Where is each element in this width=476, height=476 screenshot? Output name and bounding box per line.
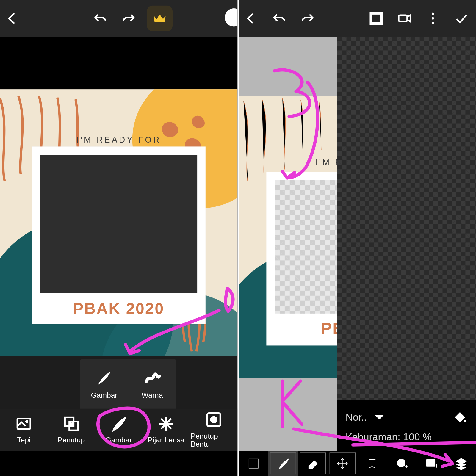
submenu-popup: Gambar Warna bbox=[80, 359, 176, 410]
scribble-icon bbox=[143, 369, 162, 388]
tool-penutup[interactable]: Penutup bbox=[48, 415, 94, 444]
video-icon[interactable] bbox=[394, 8, 415, 29]
tool-brush[interactable] bbox=[268, 451, 298, 476]
tool-transform[interactable] bbox=[328, 451, 357, 476]
photo-placeholder[interactable] bbox=[40, 155, 197, 293]
back-icon[interactable] bbox=[2, 8, 22, 29]
svg-point-15 bbox=[432, 13, 434, 15]
crop-icon[interactable] bbox=[366, 8, 386, 29]
tool-label: Pijar Lensa bbox=[148, 436, 184, 444]
polaroid-frame[interactable]: PBAK 2020 bbox=[32, 146, 205, 324]
premium-crown-icon[interactable] bbox=[147, 6, 173, 31]
tool-layers[interactable] bbox=[446, 451, 476, 476]
right-pane: I'M READY FOR PBAK 2020 bbox=[237, 0, 476, 476]
back-icon[interactable] bbox=[240, 8, 261, 29]
tool-label: Penutup bbox=[58, 436, 85, 444]
poster-tagline: I'M READY FOR bbox=[0, 135, 237, 145]
brush-icon bbox=[95, 369, 113, 388]
editor-canvas[interactable]: I'M READY FOR PBAK 2020 bbox=[0, 89, 237, 356]
check-icon[interactable] bbox=[451, 8, 472, 29]
redo-icon[interactable] bbox=[297, 8, 317, 29]
redo-icon[interactable] bbox=[119, 8, 139, 29]
overlay-icon bbox=[62, 415, 80, 432]
tool-pijar-lensa[interactable]: Pijar Lensa bbox=[143, 415, 189, 444]
tool-text[interactable] bbox=[357, 451, 387, 476]
bottom-toolbar: Tepi Penutup Gambar Pijar Lensa Penutup … bbox=[0, 409, 237, 451]
brush-icon bbox=[110, 415, 127, 432]
chevron-down-icon bbox=[373, 411, 386, 424]
popup-label: Warna bbox=[142, 391, 163, 400]
overflow-icon[interactable] bbox=[423, 8, 443, 29]
handle-icon[interactable] bbox=[225, 8, 237, 27]
tool-crop-aspect[interactable] bbox=[239, 451, 268, 476]
tool-label: Gambar bbox=[105, 436, 132, 444]
left-pane: I'M READY FOR PBAK 2020 bbox=[0, 0, 237, 476]
fill-bucket-icon[interactable] bbox=[452, 408, 468, 427]
tool-eraser[interactable] bbox=[298, 451, 328, 476]
tool-gambar[interactable]: Gambar bbox=[96, 415, 142, 444]
opacity-label[interactable]: Keburaman: 100 % bbox=[345, 431, 468, 443]
polaroid-title: PBAK 2020 bbox=[32, 300, 205, 318]
shape-mask-icon bbox=[205, 411, 222, 428]
gap bbox=[0, 37, 237, 89]
svg-rect-20 bbox=[426, 459, 435, 466]
undo-icon[interactable] bbox=[269, 8, 289, 29]
layer-properties: Nor.. Keburaman: 100 % bbox=[337, 400, 476, 451]
svg-point-4 bbox=[210, 416, 217, 423]
tool-add-shape[interactable] bbox=[387, 451, 417, 476]
blend-mode-dropdown[interactable]: Nor.. bbox=[345, 411, 386, 424]
right-topbar bbox=[239, 0, 476, 37]
popup-item-warna[interactable]: Warna bbox=[128, 359, 176, 410]
tool-label: Tepi bbox=[17, 436, 30, 444]
tool-tepi[interactable]: Tepi bbox=[1, 415, 47, 444]
tool-add-image[interactable] bbox=[416, 451, 446, 476]
popup-label: Gambar bbox=[91, 391, 118, 400]
popup-item-gambar[interactable]: Gambar bbox=[80, 359, 128, 410]
undo-icon[interactable] bbox=[90, 8, 111, 29]
blend-mode-label: Nor.. bbox=[345, 411, 367, 423]
svg-rect-14 bbox=[399, 15, 407, 22]
svg-point-16 bbox=[432, 17, 434, 20]
svg-rect-18 bbox=[249, 459, 258, 468]
layers-panel: PBAK 2020 bbox=[337, 37, 476, 451]
left-topbar bbox=[0, 0, 237, 37]
gap bbox=[0, 451, 237, 476]
tool-penutup-bentuk[interactable]: Penutup Bentu bbox=[191, 411, 237, 448]
lensflare-icon bbox=[157, 415, 175, 432]
svg-point-19 bbox=[397, 459, 405, 467]
checker bbox=[337, 37, 476, 451]
frame-icon bbox=[15, 415, 32, 432]
bottom-tool-strip bbox=[239, 451, 476, 476]
svg-rect-12 bbox=[372, 14, 381, 23]
svg-point-17 bbox=[432, 22, 434, 24]
tool-label: Penutup Bentu bbox=[191, 432, 237, 448]
